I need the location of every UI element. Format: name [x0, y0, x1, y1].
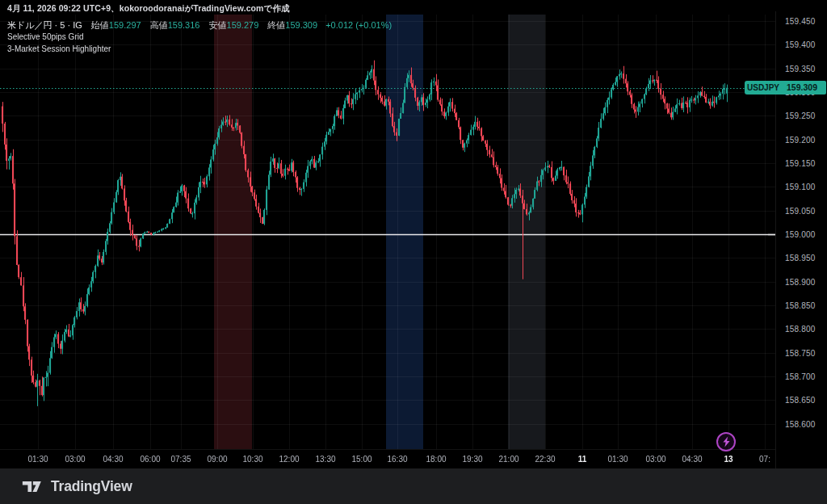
price-tick-label: 158.800	[785, 325, 816, 334]
time-tick-label: 03:00	[645, 455, 665, 464]
indicator-row-session[interactable]: 3-Market Session Highlighter	[7, 44, 392, 55]
tradingview-logo-text[interactable]: TradingView	[51, 478, 132, 495]
time-tick-label: 11	[578, 455, 587, 464]
time-tick-label: 03:00	[65, 455, 85, 464]
symbol-price-badge: USDJPY	[745, 81, 782, 94]
price-tick-label: 159.050	[785, 207, 816, 216]
time-tick-label: 04:30	[103, 455, 123, 464]
time-tick-label: 04:30	[682, 455, 702, 464]
price-tick-label: 158.700	[785, 372, 816, 381]
time-tick-label: 18:00	[426, 455, 446, 464]
tradingview-chart-screenshot: 4月 11, 2026 09:22 UTC+9、kokoroodoranaiがT…	[0, 0, 827, 504]
price-tick-label: 159.150	[785, 159, 816, 168]
price-tick-label: 159.350	[785, 65, 816, 74]
price-tick-label: 159.100	[785, 183, 816, 191]
time-tick-label: 07:	[759, 455, 770, 464]
chart-legend: 米ドル／円 · 5 · IG 始値159.297 高値159.316 安値159…	[7, 19, 392, 55]
price-tick-label: 158.850	[785, 301, 816, 310]
price-tick-label: 159.000	[785, 230, 816, 239]
time-tick-label: 15:00	[351, 455, 372, 464]
time-tick-label: 13	[724, 455, 733, 464]
time-tick-label: 01:30	[607, 455, 628, 464]
price-tick-label: 159.400	[785, 40, 816, 49]
time-tick-label: 06:00	[140, 455, 160, 464]
time-tick-label: 16:30	[387, 455, 407, 464]
time-tick-label: 01:30	[27, 455, 48, 464]
price-tick-label: 159.250	[785, 111, 816, 120]
price-axis[interactable]: 159.450159.400159.350159.300159.250159.2…	[775, 11, 827, 468]
time-tick-label: 22:30	[535, 455, 555, 464]
price-tick-label: 159.200	[785, 136, 816, 145]
price-tick-label: 158.900	[785, 278, 816, 287]
footer-bar: TradingView	[0, 468, 827, 504]
current-price-box: 159.309	[778, 81, 826, 94]
price-tick-label: 159.450	[785, 17, 816, 26]
time-tick-label: 10:30	[242, 455, 262, 464]
close-label: 終値	[267, 20, 285, 30]
price-tick-label: 158.950	[785, 254, 816, 262]
lightning-bolt-icon	[722, 436, 731, 447]
indicator-row-grid[interactable]: Selective 50pips Grid	[7, 32, 392, 43]
price-tick-label: 158.650	[785, 396, 816, 405]
time-tick-label: 13:30	[315, 455, 335, 464]
candlestick-canvas[interactable]	[0, 0, 775, 468]
attribution-bar: 4月 11, 2026 09:22 UTC+9、kokoroodoranaiがT…	[0, 0, 827, 16]
high-label: 高値	[150, 20, 168, 30]
time-tick-label: 07:35	[170, 455, 191, 464]
time-axis[interactable]: 01:3003:0004:3006:0007:3509:0010:3012:00…	[0, 449, 775, 469]
low-label: 安値	[209, 20, 227, 30]
change-value: +0.012 (+0.01%)	[325, 20, 392, 30]
instant-order-button[interactable]	[716, 432, 736, 452]
legend-symbol-row[interactable]: 米ドル／円 · 5 · IG 始値159.297 高値159.316 安値159…	[7, 19, 392, 31]
symbol-title[interactable]: 米ドル／円 · 5 · IG	[7, 20, 82, 30]
time-tick-label: 19:30	[462, 455, 482, 464]
time-tick-label: 12:00	[279, 455, 299, 464]
time-tick-label: 21:00	[498, 455, 518, 464]
low-value: 159.279	[227, 20, 259, 30]
attribution-text: 4月 11, 2026 09:22 UTC+9、kokoroodoranaiがT…	[7, 3, 290, 15]
price-tick-label: 158.750	[785, 349, 816, 358]
tradingview-logo-icon[interactable]	[22, 478, 43, 494]
price-tick-label: 158.600	[785, 420, 816, 429]
time-tick-label: 09:00	[207, 455, 227, 464]
close-value: 159.309	[285, 20, 317, 30]
open-value: 159.297	[109, 20, 141, 30]
open-label: 始値	[91, 20, 109, 30]
high-value: 159.316	[168, 20, 200, 30]
